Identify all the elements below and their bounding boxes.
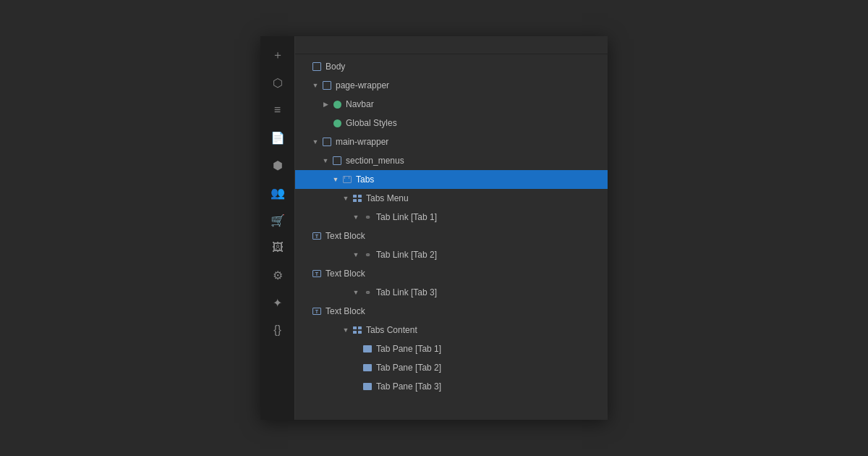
tree-container[interactable]: Body▼page-wrapper▶NavbarGlobal Styles▼ma…	[295, 54, 608, 420]
chevron-icon: ▶	[321, 100, 330, 109]
tree-item-label: Tab Pane [Tab 3]	[376, 381, 441, 392]
tree-item-tab-pane-3[interactable]: Tab Pane [Tab 3]	[295, 377, 608, 396]
settings-icon[interactable]: ⚙	[265, 262, 291, 288]
tree-item-label: section_menus	[346, 156, 404, 166]
tree-item-section-menus[interactable]: ▼section_menus	[295, 151, 608, 170]
tree-item-label: Text Block	[326, 269, 365, 279]
chevron-icon: ▼	[352, 250, 360, 259]
textblock-icon: T	[312, 269, 322, 279]
tree-item-label: Tabs Menu	[366, 193, 409, 203]
tree-item-tab-pane-1[interactable]: Tab Pane [Tab 1]	[295, 339, 608, 358]
grid-icon	[352, 325, 362, 335]
tabs-icon	[342, 174, 352, 185]
pane-icon	[362, 344, 373, 354]
tree-item-label: main-wrapper	[336, 137, 388, 147]
tree-item-text-block-3[interactable]: TText Block	[295, 302, 608, 321]
box-icon	[322, 80, 332, 90]
tree-item-label: Text Block	[326, 306, 365, 316]
tree-item-tab-pane-2[interactable]: Tab Pane [Tab 2]	[295, 358, 608, 377]
chevron-icon	[352, 345, 360, 353]
tree-item-tab-link-3[interactable]: ▼⚭Tab Link [Tab 3]	[295, 283, 608, 302]
chevron-icon	[321, 119, 330, 127]
tree-item-tab-link-1[interactable]: ▼⚭Tab Link [Tab 1]	[295, 208, 608, 227]
add-icon[interactable]: ＋	[265, 42, 291, 68]
chevron-icon	[301, 307, 310, 316]
navigator-panel: Body▼page-wrapper▶NavbarGlobal Styles▼ma…	[295, 36, 608, 420]
tree-item-label: Navbar	[346, 99, 374, 109]
tree-item-label: Tabs	[356, 174, 374, 185]
tree-item-label: Tab Link [Tab 3]	[376, 287, 437, 297]
green-circle-icon	[332, 118, 342, 128]
box-icon	[332, 156, 342, 166]
chevron-icon	[352, 363, 360, 372]
tree-item-label: Global Styles	[346, 118, 397, 128]
navigator-header	[295, 36, 608, 54]
tree-item-tab-link-2[interactable]: ▼⚭Tab Link [Tab 2]	[295, 245, 608, 264]
tree-item-label: Tab Link [Tab 1]	[376, 212, 437, 222]
link-icon: ⚭	[362, 250, 373, 260]
chevron-icon: ▼	[311, 138, 320, 146]
chevron-icon: ▼	[352, 288, 360, 297]
database-icon[interactable]: ⬢	[265, 152, 291, 178]
chevron-icon: ▼	[341, 194, 350, 203]
tree-item-text-block-1[interactable]: TText Block	[295, 227, 608, 245]
tree-item-main-wrapper[interactable]: ▼main-wrapper	[295, 132, 608, 151]
layers-icon[interactable]: ≡	[265, 97, 291, 123]
grid-icon	[352, 193, 362, 203]
cube-icon[interactable]: ⬡	[265, 69, 291, 96]
users-icon[interactable]: 👥	[265, 180, 291, 206]
chevron-icon	[301, 232, 310, 240]
cart-icon[interactable]: 🛒	[265, 207, 291, 233]
tree-item-global-styles[interactable]: Global Styles	[295, 114, 608, 132]
green-circle-icon	[332, 99, 342, 109]
tree-item-body[interactable]: Body	[295, 57, 608, 76]
chevron-icon: ▼	[352, 213, 360, 221]
header-icons	[583, 43, 599, 46]
tree-item-tabs[interactable]: ▼Tabs	[295, 170, 608, 189]
tree-item-navbar[interactable]: ▶Navbar	[295, 95, 608, 114]
textblock-icon: T	[312, 306, 322, 316]
chevron-icon	[301, 62, 310, 71]
tree-item-label: Tab Pane [Tab 2]	[376, 363, 441, 373]
chevron-icon	[352, 382, 360, 391]
split-button[interactable]	[593, 43, 599, 46]
sidebar: ＋⬡≡📄⬢👥🛒🖼⚙✦{}	[260, 36, 295, 420]
tree-item-page-wrapper[interactable]: ▼page-wrapper	[295, 76, 608, 95]
chevron-icon: ▼	[331, 175, 340, 184]
tree-item-label: Text Block	[326, 231, 365, 241]
code-icon[interactable]: {}	[265, 317, 291, 343]
close-button[interactable]	[583, 43, 589, 46]
tree-item-label: Tab Pane [Tab 1]	[376, 344, 441, 354]
tree-item-label: page-wrapper	[336, 80, 389, 90]
chevron-icon	[301, 269, 310, 278]
link-icon: ⚭	[362, 212, 373, 222]
pane-icon	[362, 381, 373, 392]
panel-container: ＋⬡≡📄⬢👥🛒🖼⚙✦{} Body▼page-wrapper▶NavbarGlo…	[260, 36, 608, 420]
box-icon	[312, 62, 322, 72]
tree-item-label: Tabs Content	[366, 325, 417, 335]
tree-item-tabs-menu[interactable]: ▼Tabs Menu	[295, 189, 608, 208]
tree-item-label: Body	[326, 62, 345, 72]
chevron-icon: ▼	[341, 326, 350, 334]
tree-item-tabs-content[interactable]: ▼Tabs Content	[295, 321, 608, 339]
chevron-icon: ▼	[311, 81, 320, 90]
plugin-icon[interactable]: ✦	[265, 290, 291, 316]
link-icon: ⚭	[362, 287, 373, 297]
textblock-icon: T	[312, 231, 322, 241]
box-icon	[322, 137, 332, 147]
chevron-icon: ▼	[321, 156, 330, 165]
tree-item-text-block-2[interactable]: TText Block	[295, 264, 608, 283]
page-icon[interactable]: 📄	[265, 124, 291, 151]
pane-icon	[362, 363, 373, 373]
image-icon[interactable]: 🖼	[265, 235, 291, 261]
tree-item-label: Tab Link [Tab 2]	[376, 250, 437, 260]
